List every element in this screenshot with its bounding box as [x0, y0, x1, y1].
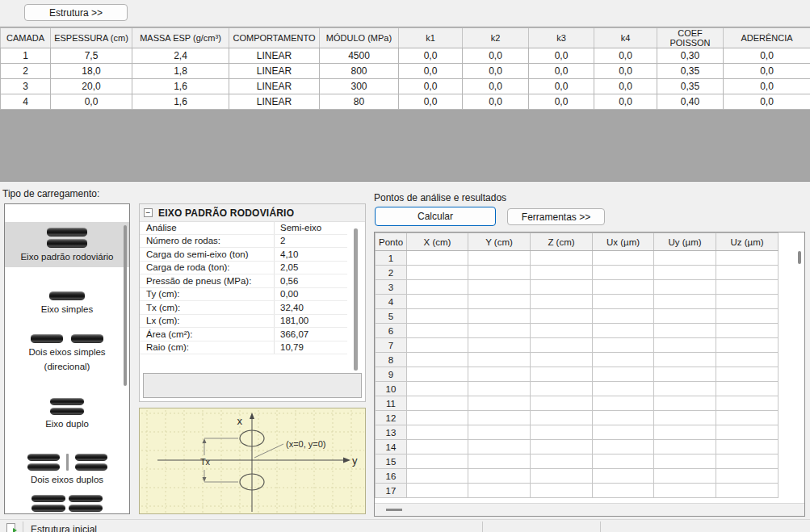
- modulo-cell[interactable]: 800: [320, 64, 399, 79]
- k4-cell[interactable]: 0,0: [594, 64, 657, 79]
- coef-poisson-cell[interactable]: 0,35: [657, 64, 724, 79]
- y-cell[interactable]: [468, 295, 531, 309]
- uz-cell[interactable]: [716, 396, 779, 411]
- massa-esp-cell[interactable]: 2,4: [132, 48, 229, 64]
- uy-cell[interactable]: [654, 324, 716, 338]
- calcular-button[interactable]: Calcular: [375, 207, 496, 226]
- collapse-icon[interactable]: −: [144, 208, 153, 217]
- load-type-item[interactable]: Dois eixos simples (direcional): [5, 329, 129, 377]
- y-cell[interactable]: [468, 396, 531, 411]
- ux-cell[interactable]: [593, 396, 654, 411]
- uy-cell[interactable]: [654, 266, 716, 280]
- aderencia-cell[interactable]: 0,0: [724, 64, 810, 79]
- uy-cell[interactable]: [654, 382, 716, 396]
- y-cell[interactable]: [468, 382, 531, 396]
- ux-cell[interactable]: [593, 382, 654, 396]
- ux-cell[interactable]: [593, 440, 654, 455]
- uy-cell[interactable]: [654, 338, 716, 353]
- ux-cell[interactable]: [593, 338, 654, 353]
- massa-esp-cell[interactable]: 1,6: [132, 79, 229, 94]
- modulo-cell[interactable]: 300: [320, 79, 399, 94]
- y-cell[interactable]: [468, 455, 531, 469]
- z-cell[interactable]: [531, 396, 593, 411]
- y-cell[interactable]: [468, 338, 531, 353]
- k3-cell[interactable]: 0,0: [529, 94, 594, 110]
- z-cell[interactable]: [531, 455, 593, 469]
- point-number-cell[interactable]: 16: [376, 469, 407, 484]
- uz-cell[interactable]: [716, 440, 779, 455]
- ux-cell[interactable]: [593, 469, 654, 484]
- x-cell[interactable]: [407, 425, 468, 440]
- k2-cell[interactable]: 0,0: [463, 79, 529, 94]
- x-cell[interactable]: [407, 455, 468, 469]
- uy-cell[interactable]: [654, 251, 716, 266]
- ux-cell[interactable]: [593, 280, 654, 295]
- x-cell[interactable]: [407, 266, 468, 280]
- z-cell[interactable]: [531, 382, 593, 396]
- point-number-cell[interactable]: 12: [376, 411, 407, 425]
- coef-poisson-cell[interactable]: 0,40: [657, 94, 724, 110]
- y-cell[interactable]: [468, 440, 531, 455]
- y-cell[interactable]: [468, 266, 531, 280]
- ux-cell[interactable]: [593, 324, 654, 338]
- x-cell[interactable]: [407, 280, 468, 295]
- y-cell[interactable]: [468, 469, 531, 484]
- coef-poisson-cell[interactable]: 0,30: [657, 48, 724, 64]
- comportamento-cell[interactable]: LINEAR: [229, 94, 320, 110]
- k2-cell[interactable]: 0,0: [463, 64, 529, 79]
- uz-cell[interactable]: [716, 280, 779, 295]
- uz-cell[interactable]: [716, 251, 779, 266]
- z-cell[interactable]: [531, 484, 593, 498]
- y-cell[interactable]: [468, 280, 531, 295]
- x-cell[interactable]: [407, 295, 468, 309]
- coef-poisson-cell[interactable]: 0,35: [657, 79, 724, 94]
- uz-cell[interactable]: [716, 455, 779, 469]
- load-type-item[interactable]: Dois eixos duplos: [5, 449, 129, 490]
- z-cell[interactable]: [531, 367, 593, 382]
- load-list-scrollbar[interactable]: [124, 225, 127, 386]
- y-cell[interactable]: [468, 484, 531, 498]
- layer-cell[interactable]: 2: [1, 64, 51, 79]
- point-number-cell[interactable]: 7: [376, 338, 407, 353]
- z-cell[interactable]: [531, 309, 593, 324]
- ux-cell[interactable]: [593, 309, 654, 324]
- point-number-cell[interactable]: 4: [376, 295, 407, 309]
- uz-cell[interactable]: [716, 484, 779, 498]
- ux-cell[interactable]: [593, 367, 654, 382]
- y-cell[interactable]: [468, 411, 531, 425]
- layer-cell[interactable]: 4: [1, 94, 51, 110]
- property-value[interactable]: 0,56: [275, 274, 347, 287]
- ux-cell[interactable]: [593, 266, 654, 280]
- x-cell[interactable]: [407, 382, 468, 396]
- y-cell[interactable]: [468, 324, 531, 338]
- comportamento-cell[interactable]: LINEAR: [229, 48, 320, 64]
- z-cell[interactable]: [531, 338, 593, 353]
- x-cell[interactable]: [407, 251, 468, 266]
- layer-cell[interactable]: 3: [1, 79, 51, 94]
- espessura-cell[interactable]: 0,0: [51, 94, 132, 110]
- results-hscroll-thumb[interactable]: [386, 509, 402, 511]
- x-cell[interactable]: [407, 338, 468, 353]
- massa-esp-cell[interactable]: 1,8: [132, 64, 229, 79]
- x-cell[interactable]: [407, 396, 468, 411]
- y-cell[interactable]: [468, 425, 531, 440]
- properties-scrollbar[interactable]: [354, 228, 358, 371]
- ux-cell[interactable]: [593, 411, 654, 425]
- load-type-item[interactable]: Dois eixos duplos em tandem: [5, 490, 129, 514]
- ux-cell[interactable]: [593, 425, 654, 440]
- layer-cell[interactable]: 1: [1, 48, 51, 64]
- x-cell[interactable]: [407, 353, 468, 367]
- uz-cell[interactable]: [716, 425, 779, 440]
- z-cell[interactable]: [531, 425, 593, 440]
- uy-cell[interactable]: [654, 425, 716, 440]
- property-value[interactable]: 2: [275, 235, 347, 248]
- massa-esp-cell[interactable]: 1,6: [132, 94, 229, 110]
- k4-cell[interactable]: 0,0: [594, 94, 657, 110]
- x-cell[interactable]: [407, 367, 468, 382]
- uz-cell[interactable]: [716, 353, 779, 367]
- uz-cell[interactable]: [716, 411, 779, 425]
- aderencia-cell[interactable]: 0,0: [724, 79, 810, 94]
- x-cell[interactable]: [407, 484, 468, 498]
- point-number-cell[interactable]: 3: [376, 280, 407, 295]
- uz-cell[interactable]: [716, 295, 779, 309]
